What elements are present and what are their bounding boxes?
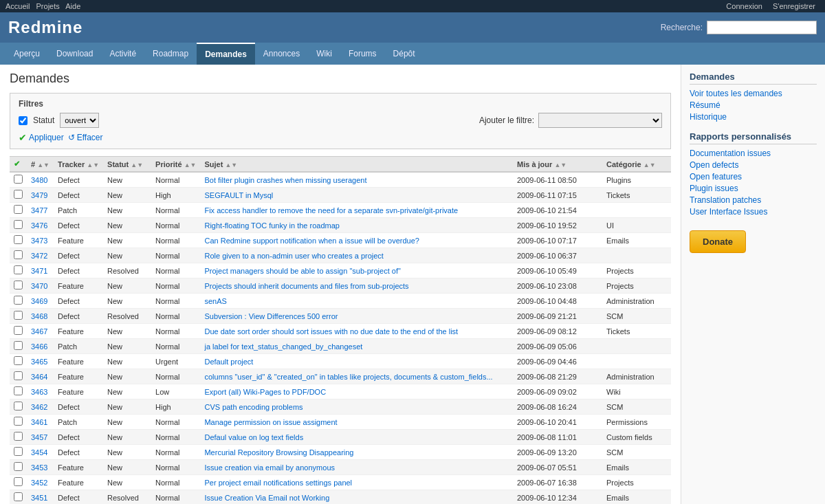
issue-link[interactable]: 3476 — [31, 221, 47, 230]
issue-link[interactable]: 3466 — [31, 342, 47, 351]
issue-link[interactable]: 3472 — [31, 252, 47, 260]
issue-subject-link[interactable]: Defaul value on log text fields — [204, 433, 303, 441]
issue-link[interactable]: 3463 — [31, 388, 47, 396]
row-checkbox[interactable] — [14, 265, 23, 274]
row-checkbox[interactable] — [14, 432, 23, 441]
issue-link[interactable]: 3465 — [31, 358, 47, 366]
row-checkbox[interactable] — [14, 311, 23, 320]
issue-subject-link[interactable]: Project managers should be able to assig… — [204, 267, 400, 275]
nav-apercu[interactable]: Aperçu — [6, 43, 48, 64]
search-input[interactable] — [707, 21, 817, 34]
col-categorie[interactable]: Catégorie ▲▼ — [602, 157, 671, 173]
issue-link[interactable]: 3462 — [31, 403, 47, 411]
issue-link[interactable]: 3470 — [31, 282, 47, 290]
row-checkbox[interactable] — [14, 205, 23, 214]
nav-annonces[interactable]: Annonces — [255, 43, 308, 64]
issue-link[interactable]: 3461 — [31, 418, 47, 426]
issue-link[interactable]: 3452 — [31, 479, 47, 487]
issue-link[interactable]: 3471 — [31, 267, 47, 275]
issue-subject-link[interactable]: Issue Creation Via Email not Working — [204, 494, 329, 502]
sidebar-plugin-issues[interactable]: Plugin issues — [690, 184, 817, 193]
row-checkbox[interactable] — [14, 190, 23, 199]
apply-button[interactable]: ✔ Appliquer — [19, 132, 64, 143]
col-statut[interactable]: Statut ▲▼ — [103, 157, 151, 173]
col-date[interactable]: Mis à jour ▲▼ — [513, 157, 602, 173]
issue-link[interactable]: 3468 — [31, 312, 47, 320]
row-checkbox[interactable] — [14, 356, 23, 365]
issue-link[interactable]: 3467 — [31, 327, 47, 336]
issue-link[interactable]: 3451 — [31, 494, 47, 502]
issue-link[interactable]: 3454 — [31, 448, 47, 457]
row-checkbox[interactable] — [14, 281, 23, 289]
issue-link[interactable]: 3464 — [31, 373, 47, 381]
sidebar-historique[interactable]: Historique — [690, 112, 817, 122]
topbar-accueil[interactable]: Accueil — [6, 2, 30, 10]
issue-subject-link[interactable]: Right-floating TOC funky in the roadmap — [204, 221, 339, 230]
issue-link[interactable]: 3480 — [31, 176, 47, 184]
issue-link[interactable]: 3457 — [31, 433, 47, 441]
issue-subject-link[interactable]: Role given to a non-admin user who creat… — [204, 252, 383, 260]
row-checkbox[interactable] — [14, 417, 23, 426]
col-tracker[interactable]: Tracker ▲▼ — [54, 157, 103, 173]
issue-link[interactable]: 3473 — [31, 237, 47, 245]
statut-checkbox[interactable] — [19, 116, 28, 125]
row-checkbox[interactable] — [14, 235, 23, 244]
sidebar-ui-issues[interactable]: User Interface Issues — [690, 207, 817, 217]
col-sujet[interactable]: Sujet ▲▼ — [200, 157, 513, 173]
issue-subject-link[interactable]: Subversion : View Differences 500 error — [204, 312, 338, 320]
issue-subject-link[interactable]: Due date sort order should sort issues w… — [204, 327, 458, 336]
issue-subject-link[interactable]: Export (all) Wiki-Pages to PDF/DOC — [204, 388, 326, 396]
topbar-aide[interactable]: Aide — [65, 2, 80, 10]
row-checkbox[interactable] — [14, 296, 23, 305]
nav-download[interactable]: Download — [48, 43, 101, 64]
issue-subject-link[interactable]: Projects should inherit documents and fi… — [204, 282, 408, 290]
sidebar-resume[interactable]: Résumé — [690, 100, 817, 110]
issue-link[interactable]: 3453 — [31, 463, 47, 472]
topbar-projets[interactable]: Projets — [36, 2, 60, 10]
col-id[interactable]: # ▲▼ — [27, 157, 54, 173]
add-filter-select[interactable] — [538, 113, 662, 128]
row-checkbox[interactable] — [14, 447, 23, 456]
issue-subject-link[interactable]: Fix access handler to remove the need fo… — [204, 206, 458, 215]
issue-subject-link[interactable]: Mercurial Repository Browsing Disappeari… — [204, 448, 353, 457]
col-priorite[interactable]: Priorité ▲▼ — [151, 157, 200, 173]
sidebar-open-features[interactable]: Open features — [690, 172, 817, 182]
issue-subject-link[interactable]: CVS path encoding problems — [204, 403, 302, 411]
issue-link[interactable]: 3479 — [31, 191, 47, 199]
row-checkbox[interactable] — [14, 175, 23, 184]
row-checkbox[interactable] — [14, 250, 23, 259]
row-checkbox[interactable] — [14, 492, 23, 501]
sidebar-translation-patches[interactable]: Translation patches — [690, 195, 817, 205]
sidebar-toutes-demandes[interactable]: Voir toutes les demandes — [690, 89, 817, 98]
issue-subject-link[interactable]: Per project email notifications settings… — [204, 479, 352, 487]
nav-roadmap[interactable]: Roadmap — [144, 43, 197, 64]
row-checkbox[interactable] — [14, 371, 23, 380]
statut-select[interactable]: ouvert fermé tous — [60, 113, 99, 128]
sidebar-open-defects[interactable]: Open defects — [690, 160, 817, 170]
topbar-senregistrer[interactable]: S'enregistrer — [773, 2, 815, 10]
issue-subject-link[interactable]: ja label for text_status_changed_by_chan… — [204, 342, 362, 351]
issue-subject-link[interactable]: Default project — [204, 358, 253, 366]
nav-demandes[interactable]: Demandes — [197, 43, 255, 65]
issue-link[interactable]: 3477 — [31, 206, 47, 215]
donate-button[interactable]: Donate — [690, 230, 746, 253]
nav-activite[interactable]: Activité — [101, 43, 144, 64]
issue-subject-link[interactable]: SEGFAULT in Mysql — [204, 191, 273, 199]
sidebar-doc-issues[interactable]: Documentation issues — [690, 149, 817, 158]
row-checkbox[interactable] — [14, 220, 23, 229]
issue-subject-link[interactable]: columns "user_id" & "created_on" in tabl… — [204, 373, 492, 381]
issue-subject-link[interactable]: senAS — [204, 297, 226, 305]
issue-subject-link[interactable]: Can Redmine support notification when a … — [204, 237, 419, 245]
row-checkbox[interactable] — [14, 462, 23, 471]
row-checkbox[interactable] — [14, 477, 23, 486]
nav-forums[interactable]: Forums — [340, 43, 385, 64]
clear-button[interactable]: ↺ Effacer — [68, 133, 103, 142]
issue-subject-link[interactable]: Bot filter plugin crashes when missing u… — [204, 176, 366, 184]
nav-wiki[interactable]: Wiki — [308, 43, 340, 64]
row-checkbox[interactable] — [14, 341, 23, 350]
nav-depot[interactable]: Dépôt — [385, 43, 424, 64]
row-checkbox[interactable] — [14, 402, 23, 410]
topbar-connexion[interactable]: Connexion — [726, 2, 762, 10]
issue-subject-link[interactable]: Manage permission on issue assigment — [204, 418, 337, 426]
issue-subject-link[interactable]: Issue creation via email by anonymous — [204, 463, 335, 472]
